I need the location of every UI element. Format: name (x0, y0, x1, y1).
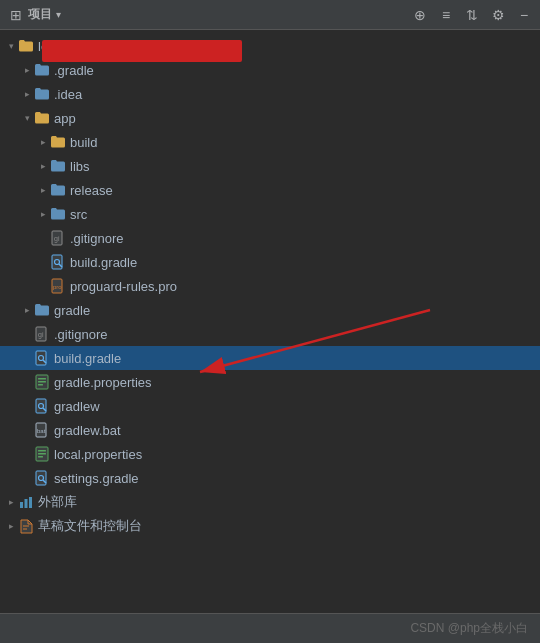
svg-rect-16 (36, 399, 46, 413)
svg-rect-29 (25, 499, 28, 508)
svg-rect-15 (38, 384, 43, 386)
tree-item-root-build-gradle[interactable]: build.gradle (0, 346, 540, 370)
tree-item-local-properties[interactable]: local.properties (0, 442, 540, 466)
tree-item-drafts[interactable]: 草稿文件和控制台 (0, 514, 540, 538)
arrow-build[interactable] (36, 135, 50, 149)
folder-orange-icon (50, 134, 66, 150)
label-local-properties: local.properties (54, 447, 142, 462)
tab-label: 项目 (28, 6, 52, 23)
tree-item-build[interactable]: build (0, 130, 540, 154)
toolbar: ⊞ 项目 ▾ ⊕ ≡ ⇅ ⚙ − (0, 0, 540, 30)
arrow-app[interactable] (20, 111, 34, 125)
bat-icon: bat (34, 422, 50, 438)
label-app: app (54, 111, 76, 126)
tree-item-gradlew-bat[interactable]: batgradlew.bat (0, 418, 540, 442)
gradle-icon (34, 470, 50, 486)
arrow-lemon[interactable] (4, 39, 18, 53)
label-gradlew: gradlew (54, 399, 100, 414)
label-root-build-gradle: build.gradle (54, 351, 121, 366)
arrow-external-libs[interactable] (4, 495, 18, 509)
folder-blue-icon (50, 206, 66, 222)
file-tree: lemon....gradle.ideaappbuildlibsreleases… (0, 30, 540, 613)
gradle-icon (34, 398, 50, 414)
tree-item-src[interactable]: src (0, 202, 540, 226)
tree-item-app-gitignore[interactable]: gi.gitignore (0, 226, 540, 250)
minus-icon[interactable]: − (516, 7, 532, 23)
label-libs: libs (70, 159, 90, 174)
layout-icon[interactable]: ⇅ (464, 7, 480, 23)
tree-item-gradle-folder[interactable]: gradle (0, 298, 540, 322)
arrow-src[interactable] (36, 207, 50, 221)
tree-item-idea[interactable]: .idea (0, 82, 540, 106)
arrow-release[interactable] (36, 183, 50, 197)
svg-text:gi: gi (38, 331, 44, 339)
tree-item-gradlew[interactable]: gradlew (0, 394, 540, 418)
arrow-drafts[interactable] (4, 519, 18, 533)
label-gradle-properties: gradle.properties (54, 375, 152, 390)
label-app-build-gradle: build.gradle (70, 255, 137, 270)
label-src: src (70, 207, 87, 222)
arrow-gradle[interactable] (20, 63, 34, 77)
svg-rect-30 (29, 497, 32, 508)
label-proguard: proguard-rules.pro (70, 279, 177, 294)
svg-rect-22 (38, 450, 46, 452)
dropdown-arrow[interactable]: ▾ (56, 9, 61, 20)
tree-item-gradle-properties[interactable]: gradle.properties (0, 370, 540, 394)
local-icon (34, 446, 50, 462)
svg-text:pro: pro (53, 284, 62, 290)
grid-icon: ⊞ (8, 7, 24, 23)
label-idea: .idea (54, 87, 82, 102)
svg-rect-2 (52, 255, 62, 269)
label-root-gitignore: .gitignore (54, 327, 107, 342)
pro-icon: pro (50, 278, 66, 294)
folder-blue-icon (34, 62, 50, 78)
tree-item-release[interactable]: release (0, 178, 540, 202)
list-icon[interactable]: ≡ (438, 7, 454, 23)
tree-item-lemon[interactable]: lemon... (0, 34, 540, 58)
tree-item-app-build-gradle[interactable]: build.gradle (0, 250, 540, 274)
arrow-idea[interactable] (20, 87, 34, 101)
properties-icon (34, 374, 50, 390)
tree-item-proguard[interactable]: proproguard-rules.pro (0, 274, 540, 298)
gitignore-icon: gi (34, 326, 50, 342)
label-drafts: 草稿文件和控制台 (38, 517, 142, 535)
label-gradle: .gradle (54, 63, 94, 78)
arrow-gradle-folder[interactable] (20, 303, 34, 317)
tree-item-settings-gradle[interactable]: settings.gradle (0, 466, 540, 490)
tree-item-gradle[interactable]: .gradle (0, 58, 540, 82)
folder-orange-icon (18, 38, 34, 54)
svg-text:bat: bat (37, 428, 46, 434)
svg-rect-24 (38, 456, 43, 458)
folder-blue-icon (50, 158, 66, 174)
label-settings-gradle: settings.gradle (54, 471, 139, 486)
folder-orange-icon (34, 110, 50, 126)
gear-icon[interactable]: ⚙ (490, 7, 506, 23)
label-app-gitignore: .gitignore (70, 231, 123, 246)
label-gradle-folder: gradle (54, 303, 90, 318)
svg-rect-23 (38, 453, 46, 455)
arrow-libs[interactable] (36, 159, 50, 173)
folder-blue-icon (50, 182, 66, 198)
folder-blue-icon (34, 302, 50, 318)
label-lemon: lemon... (38, 39, 84, 54)
label-release: release (70, 183, 113, 198)
svg-rect-25 (36, 471, 46, 485)
label-build: build (70, 135, 97, 150)
toolbar-left: ⊞ 项目 ▾ (8, 6, 61, 23)
tree-item-libs[interactable]: libs (0, 154, 540, 178)
tree-item-external-libs[interactable]: 外部库 (0, 490, 540, 514)
svg-rect-14 (38, 381, 46, 383)
svg-rect-28 (20, 502, 23, 508)
gitignore-icon: gi (50, 230, 66, 246)
tree-item-app[interactable]: app (0, 106, 540, 130)
gradle-icon (50, 254, 66, 270)
tree-item-root-gitignore[interactable]: gi.gitignore (0, 322, 540, 346)
gradle-icon (34, 350, 50, 366)
chart-icon (18, 494, 34, 510)
watermark: CSDN @php全栈小白 (410, 620, 528, 637)
toolbar-right: ⊕ ≡ ⇅ ⚙ − (412, 7, 532, 23)
svg-rect-13 (38, 378, 46, 380)
label-gradlew-bat: gradlew.bat (54, 423, 121, 438)
drafts-icon (18, 518, 34, 534)
add-icon[interactable]: ⊕ (412, 7, 428, 23)
